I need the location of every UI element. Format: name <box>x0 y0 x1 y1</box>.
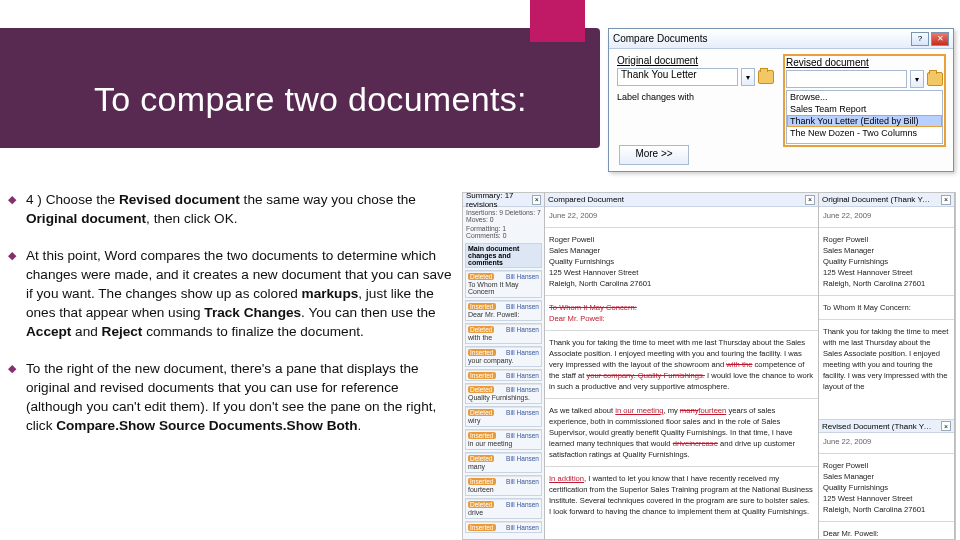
dropdown-icon[interactable]: ▾ <box>910 70 924 88</box>
slide-header: To compare two documents: <box>0 0 600 168</box>
close-button[interactable]: ✕ <box>931 32 949 46</box>
change-text: To Whom It May Concern <box>466 281 541 297</box>
more-button[interactable]: More >> <box>619 145 689 165</box>
change-author: Bill Hansen <box>506 501 539 508</box>
summary-section-title: Main document changes and comments <box>466 244 541 267</box>
compared-doc-title: Compared Document <box>548 195 624 204</box>
reviewing-pane: Summary: 17 revisions× Insertions: 9 Del… <box>463 193 545 539</box>
original-doc-label: Original document <box>617 55 774 66</box>
change-entry[interactable]: InsertedBill Hansen <box>465 369 542 381</box>
compare-dialog: Compare Documents ? ✕ Original document … <box>608 28 954 172</box>
original-body: Thank you for taking the time to meet wi… <box>823 326 950 392</box>
change-author: Bill Hansen <box>506 409 539 416</box>
revised-doc-dropdown[interactable]: Browse...Sales Team ReportThank You Lett… <box>786 90 943 144</box>
change-tag: Deleted <box>468 386 494 393</box>
original-doc-column: Original document Thank You Letter ▾ Lab… <box>617 55 774 146</box>
change-entry[interactable]: DeletedBill HansenQuality Furnishings. <box>465 383 542 404</box>
bullet-item: ◆4 ) Choose the Revised document the sam… <box>8 190 456 228</box>
original-doc-input[interactable]: Thank You Letter <box>617 68 738 86</box>
dialog-titlebar: Compare Documents ? ✕ <box>609 29 953 49</box>
revised-doc-column: Revised document ▾ Browse...Sales Team R… <box>784 55 945 146</box>
compare-body-3: In addition, I wanted to let you know th… <box>549 473 814 517</box>
original-greeting: To Whom It May Concern: <box>823 302 950 313</box>
change-text: in our meeting <box>466 440 541 449</box>
window-buttons: ? ✕ <box>911 32 949 46</box>
change-tag: Inserted <box>468 372 496 379</box>
revised-doc-label: Revised document <box>786 57 943 68</box>
change-tag: Inserted <box>468 303 496 310</box>
original-document-pane: Original Document (Thank You Letter - Bi… <box>819 193 955 419</box>
change-author: Bill Hansen <box>506 432 539 439</box>
close-icon[interactable]: × <box>941 195 951 205</box>
change-author: Bill Hansen <box>506 386 539 393</box>
change-entry[interactable]: InsertedBill Hansen <box>465 521 542 533</box>
revised-greeting: Dear Mr. Powell: <box>823 528 950 539</box>
change-entry[interactable]: DeletedBill Hansenmany <box>465 452 542 473</box>
compare-greeting-old: To Whom It May Concern: <box>549 303 637 312</box>
summary-stats-2: Formatting: 1 Comments: 0 <box>463 225 544 241</box>
change-tag: Inserted <box>468 349 496 356</box>
bullet-item: ◆At this point, Word compares the two do… <box>8 246 456 341</box>
change-text: wiry <box>466 417 541 426</box>
change-text: fourteen <box>466 486 541 495</box>
folder-icon[interactable] <box>927 72 943 86</box>
close-icon[interactable]: × <box>532 195 541 205</box>
word-window: Summary: 17 revisions× Insertions: 9 Del… <box>462 192 956 540</box>
change-text: Dear Mr. Powell: <box>466 311 541 320</box>
close-icon[interactable]: × <box>805 195 815 205</box>
change-text: many <box>466 463 541 472</box>
diamond-icon: ◆ <box>8 192 26 228</box>
change-text: with the <box>466 334 541 343</box>
change-entry[interactable]: DeletedBill Hansenwith the <box>465 323 542 344</box>
change-entry[interactable]: InsertedBill HansenDear Mr. Powell: <box>465 300 542 321</box>
change-entry[interactable]: DeletedBill Hansendrive <box>465 498 542 519</box>
dropdown-option[interactable]: Thank You Letter (Edited by Bill) <box>787 115 942 127</box>
compare-date: June 22, 2009 <box>549 210 814 221</box>
change-tag: Deleted <box>468 326 494 333</box>
compare-address: Roger PowellSales ManagerQuality Furnish… <box>549 234 814 289</box>
slide-content: ◆4 ) Choose the Revised document the sam… <box>8 190 456 453</box>
change-entry[interactable]: InsertedBill Hansenin our meeting <box>465 429 542 450</box>
change-entry[interactable]: DeletedBill Hansenwiry <box>465 406 542 427</box>
change-text: Quality Furnishings. <box>466 394 541 403</box>
original-date: June 22, 2009 <box>823 210 950 221</box>
summary-stats-1: Insertions: 9 Deletions: 7 Moves: 0 <box>463 207 544 225</box>
original-address: Roger PowellSales ManagerQuality Furnish… <box>823 234 950 289</box>
change-entry[interactable]: InsertedBill Hansenyour company. <box>465 346 542 367</box>
label-changes-with: Label changes with <box>617 92 774 102</box>
change-tag: Deleted <box>468 409 494 416</box>
change-text: drive <box>466 509 541 518</box>
dropdown-option[interactable]: The New Dozen - Two Columns <box>787 127 942 139</box>
help-button[interactable]: ? <box>911 32 929 46</box>
slide-title: To compare two documents: <box>94 80 527 119</box>
compared-document-pane: Compared Document× June 22, 2009 Roger P… <box>545 193 819 539</box>
change-author: Bill Hansen <box>506 303 539 310</box>
change-tag: Inserted <box>468 524 496 531</box>
change-author: Bill Hansen <box>506 273 539 280</box>
diamond-icon: ◆ <box>8 361 26 435</box>
dropdown-option[interactable]: Browse... <box>787 91 942 103</box>
change-text: your company. <box>466 357 541 366</box>
change-tag: Deleted <box>468 273 494 280</box>
bullet-text: To the right of the new document, there'… <box>26 359 456 435</box>
revised-document-pane: Revised Document (Thank You Letter (Edit… <box>819 419 955 539</box>
dropdown-icon[interactable]: ▾ <box>741 68 755 86</box>
change-entry[interactable]: InsertedBill Hansenfourteen <box>465 475 542 496</box>
folder-icon[interactable] <box>758 70 774 84</box>
close-icon[interactable]: × <box>941 421 951 431</box>
revised-date: June 22, 2009 <box>823 436 950 447</box>
change-tag: Inserted <box>468 432 496 439</box>
bullet-text: At this point, Word compares the two doc… <box>26 246 456 341</box>
compare-body-1: Thank you for taking the time to meet wi… <box>549 337 814 392</box>
revised-doc-input[interactable] <box>786 70 907 88</box>
change-author: Bill Hansen <box>506 524 539 531</box>
change-author: Bill Hansen <box>506 326 539 333</box>
compare-body-2: As we talked about in our meeting, my ma… <box>549 405 814 460</box>
bullet-text: 4 ) Choose the Revised document the same… <box>26 190 456 228</box>
change-tag: Deleted <box>468 455 494 462</box>
change-entry[interactable]: DeletedBill HansenTo Whom It May Concern <box>465 270 542 298</box>
change-tag: Inserted <box>468 478 496 485</box>
change-author: Bill Hansen <box>506 455 539 462</box>
change-author: Bill Hansen <box>506 349 539 356</box>
dropdown-option[interactable]: Sales Team Report <box>787 103 942 115</box>
